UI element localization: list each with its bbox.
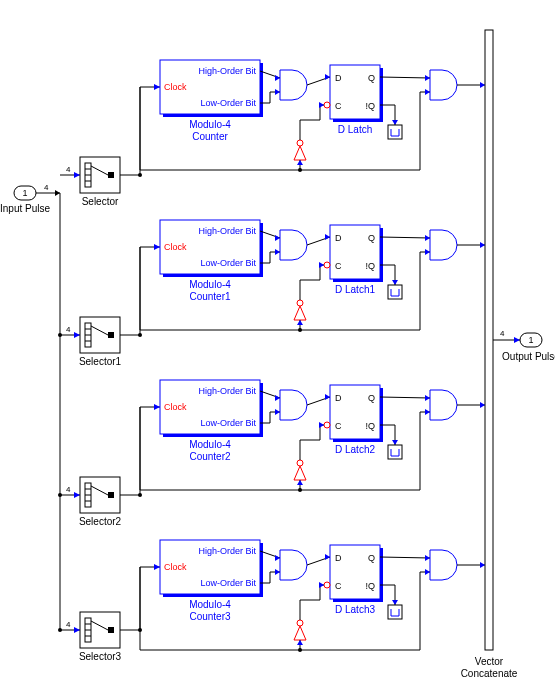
svg-point-186 xyxy=(58,628,62,632)
and-gate-1 xyxy=(280,390,307,420)
svg-text:Low-Order Bit: Low-Order Bit xyxy=(200,258,256,268)
selector-label: Selector3 xyxy=(79,651,122,662)
svg-point-158 xyxy=(324,422,330,428)
not-gate xyxy=(294,306,306,320)
svg-marker-51 xyxy=(297,160,303,165)
and-gate-1 xyxy=(280,550,307,580)
terminator xyxy=(388,125,402,139)
svg-marker-91 xyxy=(275,249,280,255)
svg-text:Clock: Clock xyxy=(164,242,187,252)
svg-text:D Latch: D Latch xyxy=(338,124,372,135)
svg-line-227 xyxy=(380,557,430,558)
svg-marker-71 xyxy=(74,332,80,338)
svg-marker-191 xyxy=(154,564,160,570)
svg-marker-220 xyxy=(319,582,324,588)
svg-rect-182 xyxy=(108,627,114,633)
svg-rect-12 xyxy=(108,172,114,178)
svg-point-214 xyxy=(297,620,303,626)
svg-text:D Latch1: D Latch1 xyxy=(335,284,375,295)
svg-marker-118 xyxy=(425,249,430,255)
selector-label: Selector1 xyxy=(79,356,122,367)
svg-marker-232 xyxy=(425,569,430,575)
svg-marker-6 xyxy=(514,337,520,343)
svg-text:Q: Q xyxy=(368,553,375,563)
svg-marker-49 xyxy=(319,102,324,108)
svg-marker-20 xyxy=(154,84,160,90)
terminator xyxy=(388,605,402,619)
svg-point-215 xyxy=(324,582,330,588)
svg-marker-61 xyxy=(425,89,430,95)
svg-text:!Q: !Q xyxy=(365,421,375,431)
svg-text:D: D xyxy=(335,233,342,243)
svg-marker-234 xyxy=(480,562,485,568)
svg-marker-99 xyxy=(325,234,330,240)
channel-3: Selector34High-Order BitClockLow-Order B… xyxy=(58,540,485,662)
svg-text:C: C xyxy=(335,421,342,431)
svg-text:4: 4 xyxy=(66,485,71,494)
svg-text:Q: Q xyxy=(368,233,375,243)
and-gate-1 xyxy=(280,70,307,100)
svg-text:High-Order Bit: High-Order Bit xyxy=(198,66,256,76)
svg-text:High-Order Bit: High-Order Bit xyxy=(198,226,256,236)
channel-2: Selector24High-Order BitClockLow-Order B… xyxy=(58,380,485,527)
svg-text:Clock: Clock xyxy=(164,82,187,92)
svg-text:Low-Order Bit: Low-Order Bit xyxy=(200,98,256,108)
svg-text:Q: Q xyxy=(368,73,375,83)
svg-marker-34 xyxy=(275,89,280,95)
channel-1: Selector14High-Order BitClockLow-Order B… xyxy=(58,220,485,367)
svg-text:Modulo-4: Modulo-4 xyxy=(189,279,231,290)
svg-text:4: 4 xyxy=(66,165,71,174)
svg-marker-3 xyxy=(55,190,60,196)
svg-line-56 xyxy=(380,77,430,78)
output-port-num: 1 xyxy=(528,335,533,345)
terminator xyxy=(388,445,402,459)
svg-marker-128 xyxy=(74,492,80,498)
svg-marker-114 xyxy=(425,235,430,241)
svg-text:D: D xyxy=(335,73,342,83)
svg-marker-175 xyxy=(425,409,430,415)
selector-label: Selector xyxy=(82,196,119,207)
svg-rect-125 xyxy=(108,492,114,498)
svg-marker-148 xyxy=(275,409,280,415)
and-gate-2 xyxy=(430,230,457,260)
svg-marker-120 xyxy=(480,242,485,248)
svg-text:C: C xyxy=(335,581,342,591)
and-gate-2 xyxy=(430,70,457,100)
vc-label-1: Vector xyxy=(475,656,504,667)
and-gate-1 xyxy=(280,230,307,260)
svg-text:Modulo-4: Modulo-4 xyxy=(189,599,231,610)
svg-text:!Q: !Q xyxy=(365,261,375,271)
terminator xyxy=(388,285,402,299)
svg-text:Counter2: Counter2 xyxy=(189,451,231,462)
svg-marker-106 xyxy=(319,262,324,268)
svg-text:C: C xyxy=(335,261,342,271)
svg-line-113 xyxy=(380,237,430,238)
svg-marker-63 xyxy=(480,82,485,88)
svg-point-72 xyxy=(58,333,62,337)
svg-marker-226 xyxy=(392,600,398,605)
svg-text:D: D xyxy=(335,553,342,563)
svg-marker-156 xyxy=(325,394,330,400)
svg-point-157 xyxy=(297,460,303,466)
svg-text:D Latch2: D Latch2 xyxy=(335,444,375,455)
output-port: 4 1 Output Pulse xyxy=(493,329,555,362)
svg-marker-213 xyxy=(325,554,330,560)
svg-rect-4 xyxy=(485,30,493,650)
svg-text:4: 4 xyxy=(66,620,71,629)
svg-text:Counter: Counter xyxy=(192,131,228,142)
svg-marker-205 xyxy=(275,569,280,575)
svg-text:Low-Order Bit: Low-Order Bit xyxy=(200,578,256,588)
and-gate-2 xyxy=(430,390,457,420)
svg-marker-87 xyxy=(275,235,280,241)
svg-marker-222 xyxy=(297,640,303,645)
svg-marker-112 xyxy=(392,280,398,285)
channel-0: Selector4High-Order BitClockLow-Order Bi… xyxy=(60,60,485,207)
selector-label: Selector2 xyxy=(79,516,122,527)
svg-point-44 xyxy=(324,102,330,108)
svg-text:D: D xyxy=(335,393,342,403)
svg-text:!Q: !Q xyxy=(365,581,375,591)
svg-marker-108 xyxy=(297,320,303,325)
out-bus-width: 4 xyxy=(500,329,505,338)
svg-text:C: C xyxy=(335,101,342,111)
svg-text:High-Order Bit: High-Order Bit xyxy=(198,546,256,556)
